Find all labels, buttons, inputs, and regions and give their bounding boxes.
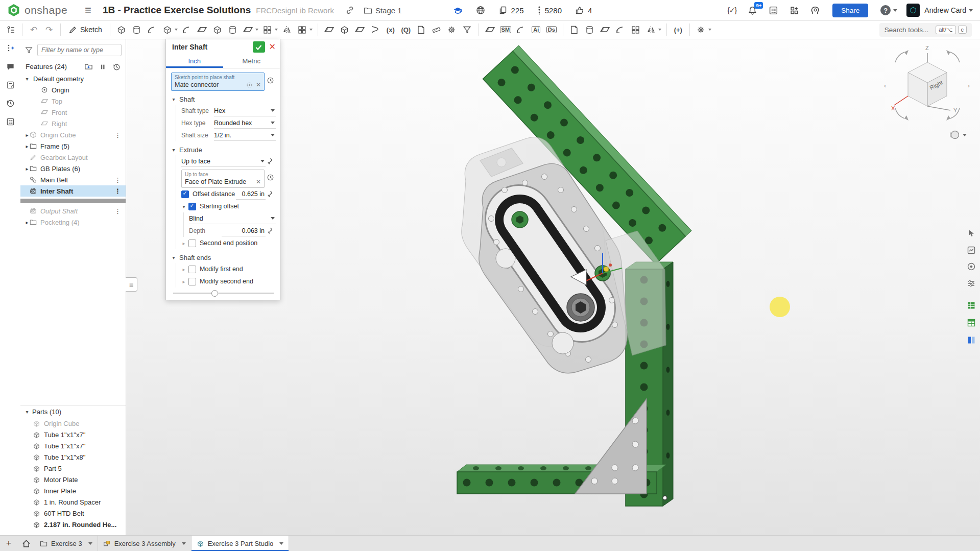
help-caret-icon[interactable] — [893, 9, 897, 12]
tab-metric[interactable]: Metric — [223, 55, 280, 68]
feature-item-gb-plates[interactable]: ▸GB Plates (6) — [20, 163, 126, 174]
thicken-tool-icon[interactable] — [568, 23, 581, 36]
tab-menu-caret-icon[interactable] — [182, 542, 186, 545]
hole-tool-icon[interactable] — [226, 23, 240, 36]
folder-icon[interactable] — [364, 6, 372, 15]
dialog-confirm-button[interactable] — [253, 41, 265, 53]
feature-item-front-plane[interactable]: Front — [20, 107, 126, 118]
feature-menu-icon[interactable]: ⋮ — [114, 207, 126, 215]
collapse-icon[interactable]: ▾ — [171, 255, 176, 260]
draft-caret-icon[interactable] — [255, 29, 258, 31]
lookup-tool-icon[interactable]: (Q) — [399, 23, 413, 36]
uses-stat[interactable]: 5280 — [537, 6, 562, 15]
tab-menu-caret-icon[interactable] — [88, 542, 92, 545]
feature-item-pocketing[interactable]: ▸Pocketing (4) — [20, 217, 126, 228]
suppress-pause-icon[interactable] — [99, 63, 106, 70]
top-pulley[interactable] — [512, 211, 528, 228]
share-button[interactable]: Share — [832, 4, 868, 17]
rotate-left-chevron[interactable]: ‹ — [884, 82, 886, 89]
modify-first-end-checkbox[interactable] — [188, 266, 196, 273]
panel-toggle-display-states[interactable] — [965, 260, 978, 273]
tab-inch[interactable]: Inch — [166, 55, 223, 68]
frame-tool-icon[interactable] — [629, 23, 642, 36]
dialog-opacity-slider[interactable] — [173, 293, 274, 294]
helix-tool-icon[interactable] — [369, 23, 382, 36]
sketch-button[interactable]: Sketch — [64, 23, 106, 36]
up-to-face-selection-field[interactable]: Up to face Face of Plate Extrude ✕ — [181, 170, 265, 188]
part-item-tube-7a[interactable]: Tube 1"x1"x7" — [20, 429, 126, 440]
part-item-origin-cube[interactable]: Origin Cube — [20, 418, 126, 429]
release-checklist-icon[interactable] — [0, 112, 20, 131]
section-shaft[interactable]: ▾Shaft — [171, 95, 276, 103]
sheet-metal-icon[interactable]: SM — [499, 23, 512, 36]
modify-second-end-checkbox[interactable] — [188, 278, 196, 285]
panel-toggle-selection[interactable] — [965, 227, 978, 240]
tab-exercise-3[interactable]: Exercise 3 — [35, 536, 98, 551]
ds-tool-icon[interactable]: Ds — [545, 23, 558, 36]
part-item-part5[interactable]: Part 5 — [20, 463, 126, 474]
user-name[interactable]: Andrew Card — [924, 6, 966, 14]
comments-icon[interactable] — [0, 57, 20, 76]
expand-icon[interactable]: ▸ — [25, 143, 30, 149]
assembly-context-caret-icon[interactable] — [708, 29, 711, 31]
flip-depth-icon[interactable] — [266, 227, 276, 234]
bottom-pulley-shaft[interactable] — [567, 294, 594, 321]
app-store-icon[interactable] — [790, 6, 799, 15]
part-item-tube-7b[interactable]: Tube 1"x1"x7" — [20, 440, 126, 451]
rollback-bar[interactable] — [20, 199, 126, 203]
plane-tool-icon[interactable] — [353, 23, 367, 36]
clear-face-icon[interactable]: ✕ — [256, 178, 261, 185]
expand-icon[interactable]: ▸ — [25, 132, 30, 138]
revolve-tool-icon[interactable] — [130, 23, 144, 36]
notifications-bell-icon[interactable]: 9+ — [748, 6, 757, 15]
flange-tool-icon[interactable] — [514, 23, 528, 36]
part-item-inner-plate[interactable]: Inner Plate — [20, 485, 126, 496]
assembly-context-icon[interactable] — [695, 23, 708, 36]
feature-item-top-plane[interactable]: Top — [20, 95, 126, 107]
offset-surface-tool-icon[interactable] — [614, 23, 627, 36]
collapse-icon[interactable]: ▾ — [181, 204, 186, 209]
second-end-checkbox[interactable] — [188, 239, 196, 247]
versions-history-icon[interactable] — [0, 94, 20, 112]
insert-feature-icon[interactable] — [0, 39, 20, 57]
collapse-icon[interactable]: ▾ — [171, 147, 176, 153]
expand-icon[interactable]: ▸ — [181, 279, 186, 284]
rotate-right-chevron[interactable]: › — [968, 82, 970, 89]
enclose-tool-icon[interactable] — [583, 23, 596, 36]
variable-tool-icon[interactable]: (x) — [384, 23, 397, 36]
part-item-round-spacer[interactable]: 1 in. Round Spacer — [20, 496, 126, 508]
hex-type-dropdown[interactable]: Rounded hex — [214, 117, 276, 129]
user-menu-caret-icon[interactable] — [969, 9, 973, 12]
public-document-icon[interactable] — [476, 6, 485, 15]
part-item-htd-belt[interactable]: 60T HTD Belt — [20, 508, 126, 519]
feature-item-right-plane[interactable]: Right — [20, 118, 126, 129]
breadcrumb-folder[interactable]: Stage 1 — [375, 6, 402, 15]
feature-item-frame[interactable]: ▸Frame (5) — [20, 140, 126, 152]
redo-button[interactable]: ↷ — [42, 23, 56, 36]
likes-stat[interactable]: 4 — [575, 6, 592, 15]
clear-selection-icon[interactable]: ✕ — [256, 81, 261, 88]
onshape-logo[interactable]: onshape — [7, 4, 67, 17]
panel-toggle-bom[interactable] — [965, 299, 978, 312]
chamfer-tool-icon[interactable] — [196, 23, 209, 36]
parts-section-header[interactable]: ▾Parts (10) — [20, 405, 126, 418]
gear-tool-icon[interactable] — [445, 23, 459, 36]
extrude-type-dropdown[interactable]: Up to face — [181, 156, 266, 167]
feature-menu-icon[interactable]: ⋮ — [114, 176, 126, 184]
part-item-tube-8[interactable]: Tube 1"x1"x8" — [20, 451, 126, 463]
panel-toggle-columns[interactable] — [965, 333, 978, 347]
documentation-icon[interactable] — [0, 76, 20, 94]
sketch-origin-point[interactable] — [663, 496, 667, 500]
dissolve-icon[interactable] — [246, 82, 253, 88]
feature-menu-icon[interactable]: ⋮ — [114, 131, 126, 139]
rollback-history-icon[interactable] — [112, 63, 121, 71]
feature-menu-icon[interactable]: ⋮ — [114, 187, 126, 195]
sheet-metal-model-icon[interactable] — [484, 23, 497, 36]
depth-input[interactable]: 0.063 in — [222, 226, 266, 236]
undo-button[interactable]: ↶ — [27, 23, 40, 36]
pattern-caret-icon[interactable] — [275, 29, 278, 31]
feature-item-gearbox-layout[interactable]: Gearbox Layout — [20, 152, 126, 163]
split-tool-icon[interactable] — [323, 23, 336, 36]
offset-distance-checkbox[interactable] — [181, 190, 189, 198]
flip-direction-icon[interactable] — [266, 158, 276, 165]
